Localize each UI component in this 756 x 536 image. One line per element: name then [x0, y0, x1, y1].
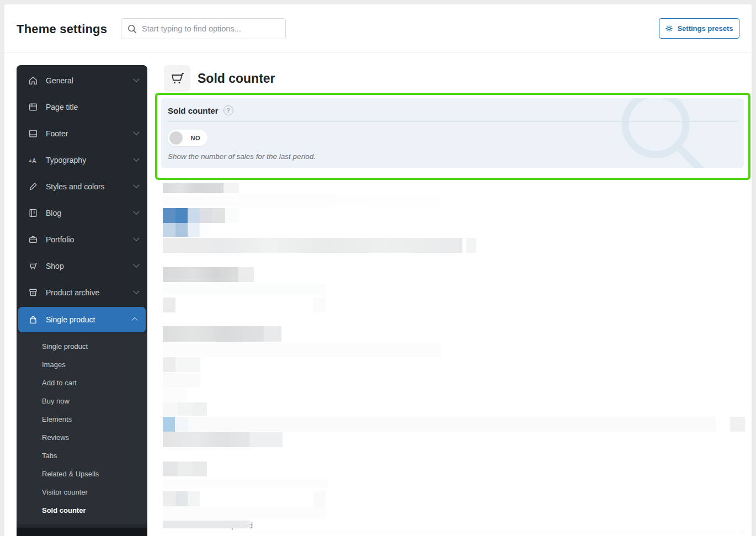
- page-title: Theme settings: [17, 22, 107, 36]
- redacted-block: [193, 461, 207, 476]
- sidebar: General Page title Footer AA Typography …: [17, 65, 147, 536]
- redacted-block: [238, 267, 254, 282]
- sidebar-item-shop[interactable]: Shop: [17, 253, 147, 279]
- svg-text:A: A: [32, 157, 36, 164]
- redacted-block: [163, 326, 264, 342]
- redacted-block: [163, 223, 175, 237]
- redacted-block: [223, 183, 239, 193]
- portfolio-icon: [28, 234, 39, 245]
- redacted-block: [188, 417, 716, 432]
- sidebar-subitem-reviews[interactable]: Reviews: [17, 428, 147, 447]
- sidebar-subitem-single-product[interactable]: Single product: [17, 337, 147, 355]
- sidebar-item-styles-and-colors[interactable]: Styles and colors: [17, 173, 147, 200]
- redacted-block: [163, 388, 188, 402]
- redacted-block: [188, 223, 200, 237]
- typography-icon: AA: [28, 155, 39, 166]
- sidebar-item-portfolio[interactable]: Portfolio: [17, 226, 147, 253]
- redacted-block: [200, 223, 209, 237]
- redacted-block: [200, 208, 212, 223]
- svg-text:A: A: [28, 158, 31, 163]
- highlight-outline: Sold counter ? NO Show the number of sal…: [155, 93, 750, 180]
- chevron-down-icon: [133, 288, 139, 294]
- bottom-divider: [163, 533, 744, 533]
- brush-icon: [28, 181, 39, 192]
- redacted-block: [163, 506, 326, 519]
- sidebar-subitem-related-upsells[interactable]: Related & Upsells: [17, 465, 147, 483]
- chevron-up-icon: [131, 317, 137, 323]
- bag-icon: [28, 314, 39, 325]
- search-icon: [127, 24, 137, 34]
- redacted-block: [175, 491, 188, 506]
- sidebar-subitem-visitor-counter[interactable]: Visitor counter: [17, 483, 147, 501]
- sidebar-subitem-buy-now[interactable]: Buy now: [17, 392, 147, 410]
- blog-icon: [28, 208, 39, 219]
- sidebar-item-typography[interactable]: AA Typography: [17, 147, 147, 173]
- chevron-down-icon: [133, 209, 139, 215]
- redacted-block: [163, 491, 175, 506]
- cart-icon: [28, 261, 39, 272]
- sidebar-subitem-elements[interactable]: Elements: [17, 410, 147, 428]
- chevron-down-icon: [133, 76, 139, 82]
- redacted-block: [264, 326, 281, 342]
- redacted-block: [225, 208, 239, 223]
- section-cart-icon: [164, 65, 190, 92]
- panel-description: Show the number of sales for the last pe…: [168, 152, 737, 161]
- sold-counter-panel: Sold counter ? NO Show the number of sal…: [161, 98, 744, 168]
- redacted-block: [250, 432, 283, 447]
- redacted-block: [178, 402, 193, 416]
- redacted-block: [175, 223, 188, 237]
- redacted-block: [175, 208, 188, 223]
- sidebar-item-product-archive[interactable]: Product archive: [17, 279, 147, 306]
- sidebar-subitem-images[interactable]: Images: [17, 355, 147, 374]
- sidebar-item-general[interactable]: General: [17, 67, 147, 94]
- settings-presets-button[interactable]: Settings presets: [659, 18, 739, 39]
- redacted-block: [163, 521, 250, 528]
- redacted-block: [163, 461, 178, 476]
- redacted-block: [175, 357, 200, 372]
- redacted-block: [163, 477, 328, 488]
- redacted-block: [163, 373, 200, 388]
- sold-counter-toggle[interactable]: NO: [168, 130, 207, 146]
- redacted-block: [313, 298, 326, 312]
- search-box[interactable]: [121, 18, 286, 39]
- redacted-block: [730, 417, 745, 432]
- toggle-state-label: NO: [191, 135, 201, 141]
- sidebar-item-page-title[interactable]: Page title: [17, 94, 147, 120]
- sidebar-subitem-sold-counter[interactable]: Sold counter: [17, 501, 147, 519]
- chevron-down-icon: [133, 182, 139, 188]
- page-title-icon: [28, 102, 39, 113]
- footer-icon: [28, 128, 39, 139]
- section-title: Sold counter: [198, 71, 275, 86]
- sidebar-subitem-add-to-cart[interactable]: Add to cart: [17, 374, 147, 392]
- sidebar-menu: General Page title Footer AA Typography …: [17, 65, 147, 528]
- redacted-block: [163, 183, 223, 193]
- sidebar-submenu: Single product Images Add to cart Buy no…: [17, 333, 147, 524]
- sidebar-item-single-product[interactable]: Single product: [18, 307, 146, 332]
- redacted-block: [163, 208, 175, 223]
- chevron-down-icon: [133, 262, 139, 268]
- sidebar-subitem-tabs[interactable]: Tabs: [17, 447, 147, 465]
- home-icon: [28, 75, 39, 86]
- redacted-block: [163, 417, 175, 432]
- redacted-block: [193, 402, 207, 416]
- redacted-block: [178, 461, 193, 476]
- chevron-down-icon: [133, 156, 139, 162]
- redacted-block: [212, 208, 225, 223]
- sidebar-item-footer[interactable]: Footer: [17, 120, 147, 147]
- redacted-block: [163, 284, 326, 295]
- redacted-block: [313, 491, 326, 506]
- chevron-down-icon: [133, 235, 139, 241]
- redacted-block: [163, 238, 462, 253]
- redacted-block: [188, 208, 200, 223]
- header-divider: [5, 52, 751, 53]
- toggle-knob: [169, 131, 183, 145]
- redacted-block: [188, 491, 200, 506]
- redacted-block: [163, 298, 175, 312]
- search-input[interactable]: [142, 24, 280, 33]
- redacted-block: [163, 357, 175, 372]
- sidebar-item-blog[interactable]: Blog: [17, 200, 147, 226]
- redacted-block: [163, 195, 441, 207]
- archive-icon: [28, 287, 39, 298]
- theme-settings-page: { "page": { "title": "Theme settings" },…: [0, 0, 756, 536]
- help-icon[interactable]: ?: [223, 105, 233, 115]
